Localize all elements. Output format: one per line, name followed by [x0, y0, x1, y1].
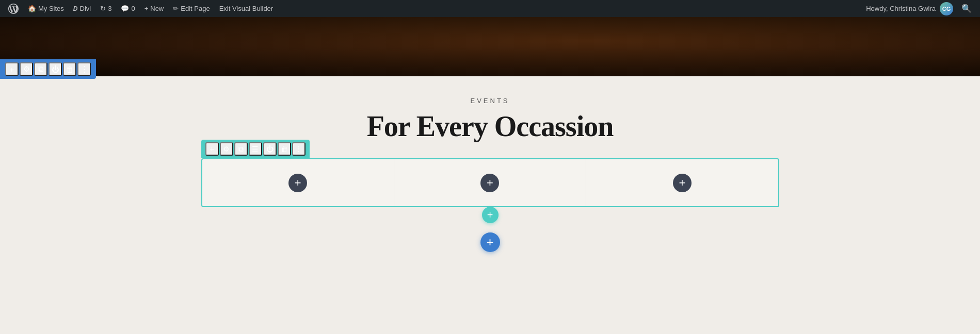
column-1: +	[202, 159, 394, 206]
row-delete-button[interactable]: 🗑	[278, 142, 291, 156]
admin-bar: 🏠 My Sites D Divi ↻ 3 💬 0 + New ✏ Edit P…	[0, 0, 980, 17]
section-eyebrow: EVENTS	[10, 97, 970, 105]
section-power-button[interactable]: ⏻	[49, 62, 62, 76]
section-add-button[interactable]: +	[5, 62, 19, 76]
avatar[interactable]: CG	[940, 2, 953, 15]
row-add-button[interactable]: +	[205, 142, 219, 156]
row-power-button[interactable]: ⏻	[263, 142, 277, 156]
updates-menu[interactable]: ↻ 3	[96, 0, 116, 17]
my-sites-menu[interactable]: 🏠 My Sites	[24, 0, 68, 17]
wordpress-logo[interactable]	[4, 0, 23, 17]
edit-icon: ✏	[173, 5, 179, 12]
edit-page-label: Edit Page	[181, 5, 210, 12]
main-content: EVENTS For Every Occassion + ⚙ ⧉ ☰ ⏻ 🗑 ⋮…	[0, 76, 980, 334]
edit-page-menu[interactable]: ✏ Edit Page	[169, 0, 214, 17]
columns-row: + + +	[201, 158, 779, 207]
section-title: For Every Occassion	[10, 110, 970, 143]
column-3: +	[586, 159, 778, 206]
section-toolbar-blue: + ⚙ ⧉ ⏻ 🗑 ⋮	[0, 59, 96, 79]
hero-image-area	[0, 17, 980, 76]
divi-icon: D	[73, 5, 78, 12]
divi-label: Divi	[80, 5, 91, 12]
exit-visual-builder-menu[interactable]: Exit Visual Builder	[215, 0, 278, 17]
home-icon: 🏠	[28, 5, 36, 12]
section-delete-button[interactable]: 🗑	[63, 62, 76, 76]
updates-icon: ↻	[100, 5, 106, 12]
new-menu[interactable]: + New	[140, 0, 168, 17]
row-columns-button[interactable]: ☰	[249, 142, 262, 156]
row-more-button[interactable]: ⋮	[292, 142, 306, 156]
admin-bar-left: 🏠 My Sites D Divi ↻ 3 💬 0 + New ✏ Edit P…	[4, 0, 864, 17]
admin-bar-right: Howdy, Christina Gwira CG 🔍	[866, 2, 976, 15]
plus-icon: +	[144, 5, 149, 12]
row-toolbar-teal: + ⚙ ⧉ ☰ ⏻ 🗑 ⋮	[201, 140, 310, 158]
divi-menu[interactable]: D Divi	[69, 0, 95, 17]
section-duplicate-button[interactable]: ⧉	[34, 62, 47, 76]
row-container: + ⚙ ⧉ ☰ ⏻ 🗑 ⋮ + + + +	[201, 158, 779, 223]
updates-count: 3	[108, 5, 111, 12]
add-module-button-col2[interactable]: +	[480, 174, 499, 192]
add-row-button[interactable]: +	[482, 207, 499, 223]
comments-menu[interactable]: 💬 0	[117, 0, 139, 17]
add-row-area: +	[201, 207, 779, 223]
section-settings-button[interactable]: ⚙	[20, 62, 33, 76]
comments-icon: 💬	[121, 5, 129, 12]
row-duplicate-button[interactable]: ⧉	[234, 142, 248, 156]
row-settings-button[interactable]: ⚙	[220, 142, 233, 156]
add-section-area: +	[10, 232, 970, 252]
search-icon[interactable]: 🔍	[957, 4, 976, 13]
column-2: +	[394, 159, 586, 206]
howdy-text: Howdy, Christina Gwira	[866, 5, 936, 12]
add-module-button-col1[interactable]: +	[288, 174, 307, 192]
exit-visual-builder-label: Exit Visual Builder	[219, 5, 274, 12]
section-more-button[interactable]: ⋮	[77, 62, 91, 76]
new-label: New	[150, 5, 164, 12]
add-module-button-col3[interactable]: +	[673, 174, 692, 192]
my-sites-label: My Sites	[38, 5, 64, 12]
add-section-button[interactable]: +	[480, 232, 500, 252]
comments-count: 0	[131, 5, 135, 12]
